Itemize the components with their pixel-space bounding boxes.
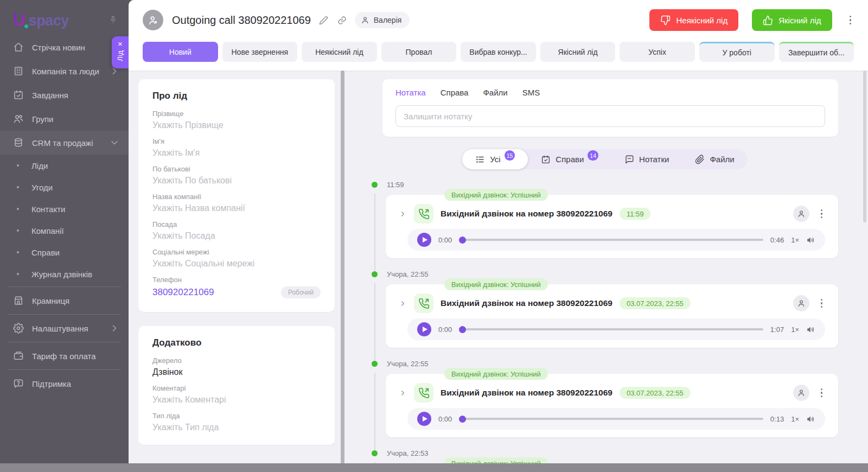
logo-dot-icon: [24, 24, 28, 28]
approve-lead-button[interactable]: Якісний лід: [752, 9, 832, 31]
filter-files[interactable]: Файли: [682, 149, 747, 169]
tab-activity[interactable]: Справа: [441, 86, 469, 99]
header-more-menu[interactable]: [847, 13, 854, 28]
call-more-menu[interactable]: [818, 207, 826, 221]
player-thumb[interactable]: [459, 326, 466, 333]
player-track[interactable]: [459, 239, 763, 241]
home-icon: [13, 42, 24, 53]
sidebar-item-settings[interactable]: Налаштування: [0, 316, 129, 340]
field-placeholder[interactable]: Укажіть Коментарі: [152, 395, 321, 405]
tab-note[interactable]: Нотатка: [395, 86, 426, 99]
stage-new[interactable]: Новий: [143, 42, 218, 62]
expand-call-icon[interactable]: [399, 389, 407, 397]
field-placeholder[interactable]: Укажіть Тип ліда: [152, 423, 321, 432]
lead-details-column: Про лід Прізвище Укажіть Прізвище Ім'я У…: [138, 79, 335, 472]
stage-in-progress[interactable]: У роботі: [699, 42, 775, 62]
edit-title-icon[interactable]: [318, 15, 329, 26]
stage-bad-lead[interactable]: Неякісний лід: [302, 42, 377, 62]
field-placeholder[interactable]: Укажіть Ім'я: [152, 148, 321, 158]
playback-speed[interactable]: 1×: [791, 326, 799, 334]
audio-player: 0:00 0:13 1×: [407, 408, 825, 430]
sidebar-item-groups[interactable]: Групи: [0, 107, 129, 131]
stage-new-request[interactable]: Нове звернення: [222, 42, 298, 62]
play-button[interactable]: [417, 233, 431, 247]
player-thumb[interactable]: [459, 237, 466, 244]
tab-files[interactable]: Файли: [483, 86, 507, 99]
playback-speed[interactable]: 1×: [791, 415, 799, 423]
sidebar-subitem-companies[interactable]: Компанії: [0, 220, 129, 241]
player-thumb[interactable]: [459, 416, 466, 423]
sidebar-item-support[interactable]: Підтримка: [0, 372, 129, 396]
sidebar-item-tasks[interactable]: Завдання: [0, 83, 129, 107]
volume-icon[interactable]: [806, 414, 815, 424]
lead-tab-label: Лід: [116, 50, 124, 61]
stage-success[interactable]: Успіх: [620, 42, 695, 62]
play-button[interactable]: [417, 412, 431, 426]
call-owner-avatar[interactable]: [793, 206, 809, 222]
details-scrollbar[interactable]: [341, 71, 344, 472]
stage-fail[interactable]: Провал: [381, 42, 457, 62]
sidebar-item-billing[interactable]: Тариф та оплата: [0, 344, 129, 368]
sidebar-subitem-deals[interactable]: Угоди: [0, 176, 129, 198]
call-owner-avatar[interactable]: [793, 385, 809, 401]
chevron-right-icon: [109, 323, 120, 334]
field-label: Джерело: [152, 356, 321, 365]
volume-icon[interactable]: [806, 325, 815, 334]
field-placeholder[interactable]: Укажіть Посада: [152, 231, 321, 241]
phone-number-link[interactable]: 380920221069: [152, 287, 214, 298]
sidebar-item-crm[interactable]: CRM та продажі: [0, 131, 129, 155]
close-icon[interactable]: ×: [118, 40, 123, 48]
filter-notes[interactable]: Нотатки: [611, 149, 682, 169]
stage-finish[interactable]: Завершити об...: [779, 42, 854, 62]
owner-chip[interactable]: Валерія: [355, 12, 410, 28]
sidebar-subitem-call-log[interactable]: Журнал дзвінків: [0, 263, 129, 285]
timeline-time: Учора, 22:55: [387, 360, 428, 368]
note-input[interactable]: [395, 105, 825, 127]
expand-call-icon[interactable]: [399, 210, 407, 218]
field-label: Посада: [152, 220, 321, 228]
field-placeholder[interactable]: Укажіть Прізвище: [152, 120, 321, 130]
sidebar-subitem-leads[interactable]: Ліди: [0, 155, 129, 176]
sidebar-subitem-label: Угоди: [31, 183, 53, 192]
call-more-menu[interactable]: [818, 386, 826, 400]
field-placeholder[interactable]: Укажіть Соціальні мережі: [152, 259, 321, 269]
call-owner-avatar[interactable]: [793, 295, 809, 311]
uspacy-logo[interactable]: Uspacy: [13, 10, 69, 30]
call-time-pill: 11:59: [620, 208, 651, 220]
reject-lead-button[interactable]: Неякісний лід: [649, 9, 738, 31]
lead-slideover-tab[interactable]: × Лід: [112, 36, 129, 68]
field-placeholder[interactable]: Укажіть По батькові: [152, 176, 321, 186]
sidebar-subitem-contacts[interactable]: Контакти: [0, 198, 129, 220]
sidebar-item-company-people[interactable]: Компанія та люди: [0, 59, 129, 83]
player-track[interactable]: [459, 418, 763, 420]
sidebar-subitem-activities[interactable]: Справи: [0, 241, 129, 263]
volume-icon[interactable]: [806, 235, 815, 245]
window-bottom-edge: [0, 463, 868, 472]
field-label: Назва компанії: [152, 193, 321, 201]
playback-speed[interactable]: 1×: [791, 236, 799, 244]
player-track[interactable]: [459, 328, 763, 330]
wallet-icon: [13, 350, 24, 361]
sidebar-item-marketplace[interactable]: Крамниця: [0, 289, 129, 312]
field-value[interactable]: Дзвінок: [152, 367, 321, 377]
field-lastname: Прізвище Укажіть Прізвище: [152, 110, 321, 130]
stage-chose-competitor[interactable]: Вибрав конкур...: [461, 42, 536, 62]
user-icon: [361, 16, 369, 24]
play-button[interactable]: [417, 322, 431, 336]
filter-all[interactable]: Усі 15: [462, 149, 528, 169]
content-area: Про лід Прізвище Укажіть Прізвище Ім'я У…: [129, 71, 868, 472]
call-more-menu[interactable]: [818, 296, 826, 311]
expand-call-icon[interactable]: [399, 299, 407, 308]
stage-good-lead[interactable]: Якісний лід: [540, 42, 616, 62]
calendar-check-icon: [13, 90, 24, 100]
additional-card: Додатково Джерело Дзвінок Коментарі Укаж…: [138, 326, 335, 445]
player-duration: 1:07: [770, 326, 784, 334]
timeline-dot: [372, 271, 378, 277]
copy-link-icon[interactable]: [336, 15, 348, 26]
filter-activities[interactable]: Справи 14: [528, 149, 611, 169]
activity-scrollbar[interactable]: [863, 71, 866, 222]
sidebar-item-newsfeed[interactable]: Стрічка новин: [0, 35, 129, 59]
tab-sms[interactable]: SMS: [522, 86, 540, 99]
pin-sidebar-icon[interactable]: [107, 14, 119, 25]
field-placeholder[interactable]: Укажіть Назва компанії: [152, 203, 321, 213]
